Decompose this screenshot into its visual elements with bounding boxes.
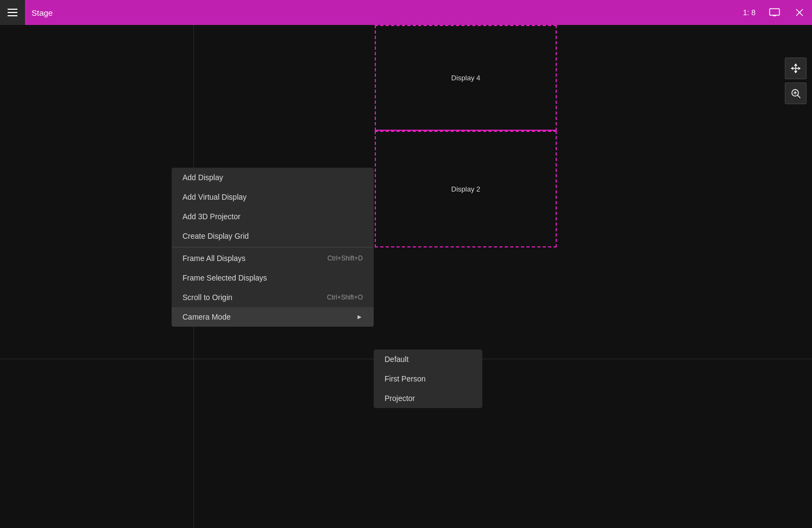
monitor-button[interactable]: [762, 0, 787, 25]
close-icon: [796, 9, 803, 16]
titlebar: Stage 1: 8: [0, 0, 812, 25]
hamburger-menu[interactable]: [0, 0, 25, 25]
display-4-box: Display 4: [375, 25, 557, 131]
svg-rect-0: [770, 9, 779, 15]
submenu-arrow-icon: ►: [356, 313, 363, 321]
titlebar-right: 1: 8: [737, 0, 812, 25]
right-toolbar: [785, 58, 807, 104]
move-tool-button[interactable]: [785, 58, 807, 79]
menu-item-create-display-grid[interactable]: Create Display Grid: [172, 226, 374, 246]
menu-item-scroll-to-origin[interactable]: Scroll to Origin Ctrl+Shift+O: [172, 288, 374, 307]
menu-item-add-3d-projector[interactable]: Add 3D Projector: [172, 207, 374, 226]
submenu-item-projector[interactable]: Projector: [374, 389, 482, 408]
menu-item-add-display[interactable]: Add Display: [172, 168, 374, 187]
app-title: Stage: [25, 8, 53, 17]
ratio-display: 1: 8: [737, 8, 762, 17]
monitor-icon: [769, 8, 780, 17]
hamburger-icon: [8, 9, 17, 16]
close-button[interactable]: [787, 0, 812, 25]
submenu-item-default[interactable]: Default: [374, 349, 482, 369]
display-2-box: Display 2: [375, 131, 557, 247]
submenu-item-first-person[interactable]: First Person: [374, 369, 482, 389]
stage-canvas[interactable]: Display 4 Display 2 Add Display Add Virt…: [0, 25, 812, 528]
svg-line-6: [798, 96, 801, 98]
zoom-icon: [790, 88, 801, 99]
menu-item-frame-selected-displays[interactable]: Frame Selected Displays: [172, 268, 374, 288]
menu-item-add-virtual-display[interactable]: Add Virtual Display: [172, 187, 374, 207]
zoom-tool-button[interactable]: [785, 82, 807, 104]
camera-mode-submenu: Default First Person Projector: [374, 349, 482, 408]
menu-item-frame-all-displays[interactable]: Frame All Displays Ctrl+Shift+D: [172, 249, 374, 268]
context-menu: Add Display Add Virtual Display Add 3D P…: [172, 168, 374, 327]
menu-divider: [172, 247, 374, 247]
move-icon: [790, 63, 801, 74]
display-2-label: Display 2: [451, 185, 480, 193]
display-4-label: Display 4: [451, 74, 480, 82]
menu-item-camera-mode[interactable]: Camera Mode ►: [172, 307, 374, 327]
